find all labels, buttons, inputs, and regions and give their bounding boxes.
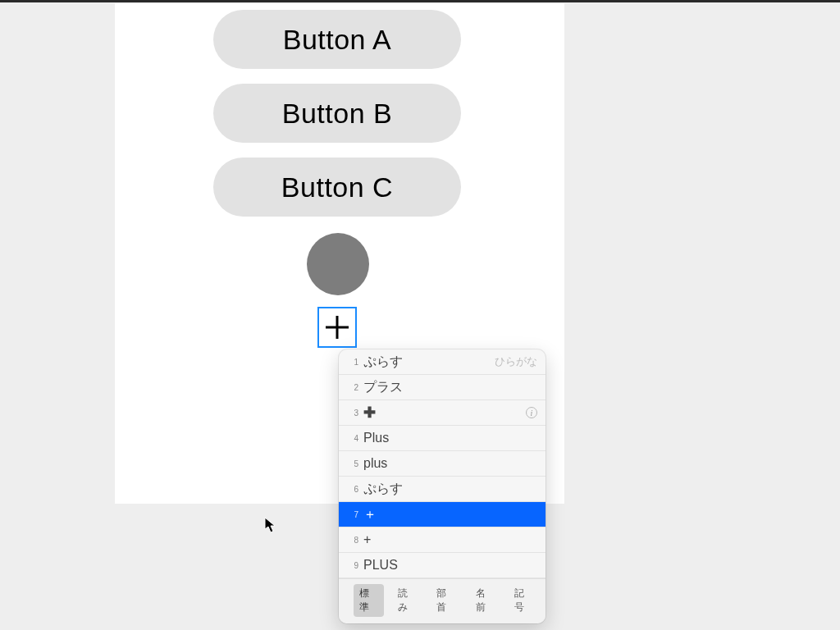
ime-index: 6 bbox=[347, 485, 358, 494]
ime-tab-radical[interactable]: 部首 bbox=[431, 584, 461, 617]
ime-tab-name[interactable]: 名前 bbox=[470, 584, 500, 617]
circle-button[interactable] bbox=[307, 233, 369, 295]
ime-index: 7 bbox=[347, 510, 358, 519]
ime-label: ぷらす bbox=[363, 482, 537, 495]
ime-tab-reading[interactable]: 読み bbox=[392, 584, 422, 617]
ime-label: + bbox=[363, 533, 537, 546]
ime-index: 2 bbox=[347, 383, 358, 392]
ime-index: 9 bbox=[347, 561, 358, 570]
window-titlebar bbox=[0, 0, 840, 2]
ime-candidate-6[interactable]: 6 ぷらす bbox=[339, 477, 546, 502]
ime-label: ✚ bbox=[363, 405, 526, 420]
button-a-label: Button A bbox=[283, 24, 392, 56]
info-icon[interactable]: i bbox=[526, 407, 537, 418]
ime-candidate-popup: 1 ぷらす ひらがな 2 プラス 3 ✚ i 4 Plus 5 plus 6 ぷ… bbox=[339, 349, 546, 623]
ime-candidate-3[interactable]: 3 ✚ i bbox=[339, 400, 546, 426]
ime-index: 3 bbox=[347, 409, 358, 418]
ime-footer-tabs: 標準 読み 部首 名前 記号 bbox=[339, 578, 546, 623]
button-a[interactable]: Button A bbox=[213, 10, 461, 69]
ime-candidate-1[interactable]: 1 ぷらす ひらがな bbox=[339, 349, 546, 375]
ime-index: 8 bbox=[347, 536, 358, 545]
ime-index: 1 bbox=[347, 358, 358, 367]
ime-candidate-4[interactable]: 4 Plus bbox=[339, 426, 546, 451]
text-input-cell[interactable] bbox=[317, 307, 357, 348]
ime-index: 5 bbox=[347, 459, 358, 468]
button-b-label: Button B bbox=[282, 98, 392, 130]
ime-mode-hint: ひらがな bbox=[495, 354, 537, 369]
ime-candidate-5[interactable]: 5 plus bbox=[339, 451, 546, 477]
ime-label: ＋ bbox=[363, 508, 537, 521]
ime-candidate-9[interactable]: 9 PLUS bbox=[339, 553, 546, 578]
plus-icon bbox=[323, 313, 351, 341]
ime-label: ぷらす bbox=[363, 355, 495, 368]
ime-label: Plus bbox=[363, 431, 537, 445]
ime-candidate-2[interactable]: 2 プラス bbox=[339, 375, 546, 400]
ime-label: PLUS bbox=[363, 559, 537, 572]
button-b[interactable]: Button B bbox=[213, 84, 461, 143]
ime-candidate-8[interactable]: 8 + bbox=[339, 527, 546, 553]
ime-tab-symbol[interactable]: 記号 bbox=[509, 584, 539, 617]
button-c-label: Button C bbox=[281, 171, 393, 203]
button-c[interactable]: Button C bbox=[213, 158, 461, 217]
ime-label: プラス bbox=[363, 381, 537, 394]
ime-label: plus bbox=[363, 457, 537, 470]
mouse-cursor-icon bbox=[264, 517, 277, 533]
ime-candidate-7[interactable]: 7 ＋ bbox=[339, 502, 546, 527]
ime-index: 4 bbox=[347, 434, 358, 443]
ime-tab-standard[interactable]: 標準 bbox=[354, 584, 384, 617]
